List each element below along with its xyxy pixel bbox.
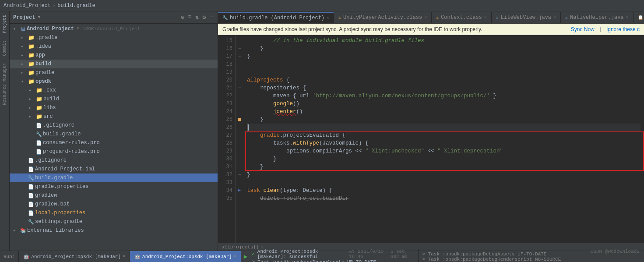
folder-icon: 📁 bbox=[36, 113, 42, 120]
tree-arrow: ▸ bbox=[29, 105, 35, 110]
notification-text: Gradle files have changed since last pro… bbox=[222, 26, 569, 32]
code-line-23: google() bbox=[247, 100, 640, 108]
tree-label: .gitignore bbox=[35, 157, 67, 163]
icon-settings[interactable]: ⚙ bbox=[201, 14, 207, 21]
tree-item-opsdk-build[interactable]: ▸ 📁 build bbox=[10, 95, 218, 103]
tree-item-proguard[interactable]: 📄 proguard-rules.pro bbox=[10, 147, 218, 156]
tab-close[interactable]: × bbox=[327, 16, 329, 21]
tree-label: proguard-rules.pro bbox=[43, 149, 100, 155]
tree-item-app[interactable]: ▸ 📁 app bbox=[10, 51, 218, 60]
tree-item-settings-gradle[interactable]: 🔧 settings.gradle bbox=[10, 217, 218, 226]
tab-close[interactable]: × bbox=[626, 15, 629, 20]
tree-arrow: ▸ bbox=[21, 61, 27, 67]
tab-xml-icon: 📋 bbox=[638, 15, 643, 20]
tree-arrow: ▾ bbox=[21, 79, 27, 84]
sync-now-link[interactable]: Sync Now bbox=[571, 26, 595, 32]
tree-arrow: ▸ bbox=[21, 70, 27, 75]
code-line-31: } bbox=[247, 163, 640, 171]
tree-item-gradlew[interactable]: 📄 gradlew bbox=[10, 191, 218, 200]
ignore-link[interactable]: Ignore these c bbox=[606, 26, 640, 32]
file-icon: 📄 bbox=[28, 202, 34, 207]
tree-label: gradle.properties bbox=[35, 184, 88, 190]
tree-label: External Libraries bbox=[27, 227, 84, 234]
file-tree: ▾ 🖥 Android_Project E:\SDK\Android_Proje… bbox=[10, 24, 218, 251]
code-line-17: } bbox=[247, 53, 640, 60]
run-content-area: ✓ Android_Project:opsdk [makeJar]: succe… bbox=[250, 249, 644, 262]
folder-icon: 📁 bbox=[28, 43, 35, 50]
red-box-container: gradle.projectsEvaluated { tasks.withTyp… bbox=[247, 131, 640, 171]
tree-arrow: ▸ bbox=[29, 114, 35, 119]
play-button[interactable]: ▶ bbox=[244, 253, 247, 260]
run-label-area: Run: 🤖 Android_Project:opsdk [makeJar] ×… bbox=[0, 251, 250, 262]
tree-label: .idea bbox=[35, 43, 51, 50]
code-line-16: } bbox=[247, 45, 640, 53]
panel-dropdown-arrow[interactable]: ▼ bbox=[38, 15, 40, 20]
tree-item-build[interactable]: ▸ 📁 build bbox=[10, 60, 218, 68]
breadcrumb-project[interactable]: Android_Project bbox=[4, 3, 51, 9]
tree-item-local-properties[interactable]: 📄 local.properties bbox=[10, 209, 218, 217]
tree-label: .gradle bbox=[35, 35, 57, 41]
file-icon: 📄 bbox=[36, 123, 42, 128]
tree-item-cxx[interactable]: ▸ 📁 .cxx bbox=[10, 86, 218, 95]
status-text-1: Android_Project:opsdk [makeJar]: success… bbox=[257, 249, 344, 259]
tree-arrow: ▸ bbox=[29, 88, 35, 93]
folder-icon: 🖥 bbox=[20, 26, 26, 32]
tree-item-gradlew-bat[interactable]: 📄 gradlew.bat bbox=[10, 200, 218, 209]
tree-item-libs[interactable]: ▸ 📁 libs bbox=[10, 103, 218, 112]
tree-label: consumer-rules.pro bbox=[43, 140, 100, 146]
tab-nativehelper[interactable]: ☕ NativeHelper.java × bbox=[561, 12, 633, 23]
icon-collapse[interactable]: ≡ bbox=[187, 14, 192, 21]
tab-context[interactable]: ☕ Context.class × bbox=[432, 12, 492, 23]
run-tab-close[interactable]: × bbox=[123, 254, 125, 259]
tree-item-gradle-hidden[interactable]: ▸ 📁 .gradle bbox=[10, 33, 218, 42]
tree-item-idea[interactable]: ▸ 📁 .idea bbox=[10, 42, 218, 51]
gradle-icon: 🔧 bbox=[28, 175, 34, 181]
panel-header-icons: ⊕ ≡ ⇅ ⚙ − bbox=[180, 14, 214, 21]
task-text-1: > Task :opsdk:packageDebugAssets UP-TO-D… bbox=[252, 259, 376, 262]
tab-label: LiteWebView.java bbox=[501, 14, 551, 21]
code-line-33 bbox=[247, 179, 640, 187]
tree-item-gitignore-root[interactable]: 📄 .gitignore bbox=[10, 156, 218, 165]
tree-item-gitignore-opsdk[interactable]: 📄 .gitignore bbox=[10, 121, 218, 130]
tree-label: .gitignore bbox=[43, 122, 74, 128]
tab-androidmanifest[interactable]: 📋 AndroidManifest.x bbox=[633, 12, 644, 23]
tab-label: Context.class bbox=[441, 14, 482, 21]
tab-unity[interactable]: ☕ UnityPlayerActivity.class × bbox=[334, 12, 432, 23]
icon-sort[interactable]: ⇅ bbox=[194, 14, 200, 21]
tree-item-external-libs[interactable]: ▸ 📚 External Libraries bbox=[10, 226, 218, 235]
tree-item-consumer[interactable]: 📄 consumer-rules.pro bbox=[10, 138, 218, 147]
run-right-content: > Task :opsdk:packageDebugAssets UP-TO-D… bbox=[419, 249, 590, 262]
side-label-project[interactable]: Project bbox=[1, 11, 8, 37]
tree-item-opsdk[interactable]: ▾ 📁 opsdk bbox=[10, 77, 218, 86]
tree-item-buildgradle-opsdk[interactable]: 🔧 build.gradle bbox=[10, 130, 218, 138]
run-tab-close-active[interactable]: × bbox=[234, 254, 236, 259]
icon-locate[interactable]: ⊕ bbox=[180, 14, 185, 21]
code-content[interactable]: // in the individual module build.gradle… bbox=[243, 35, 644, 243]
tab-build-gradle[interactable]: 🔧 build.gradle (Android_Project) × bbox=[218, 12, 334, 23]
tab-close[interactable]: × bbox=[553, 15, 556, 20]
run-tab-1[interactable]: 🤖 Android_Project:opsdk [makeJar] × bbox=[19, 251, 130, 262]
side-labels: Project Commit Resource Manager bbox=[0, 11, 10, 251]
tree-item-gradle-properties[interactable]: 📄 gradle.properties bbox=[10, 182, 218, 191]
run-tab-2[interactable]: 🤖 Android_Project:opsdk [makeJar] × bbox=[130, 251, 241, 262]
folder-icon: 📁 bbox=[28, 70, 35, 76]
side-label-resource[interactable]: Resource Manager bbox=[1, 60, 8, 109]
file-icon: 📄 bbox=[36, 140, 42, 146]
tree-arrow: ▸ bbox=[13, 228, 19, 233]
tree-item-src[interactable]: ▸ 📁 src bbox=[10, 112, 218, 121]
folder-icon: 📁 bbox=[28, 61, 35, 67]
tree-label: src bbox=[43, 113, 53, 120]
tree-item-root[interactable]: ▾ 🖥 Android_Project E:\SDK\Android_Proje… bbox=[10, 25, 218, 33]
tree-label: build.gradle bbox=[35, 175, 73, 181]
tree-item-buildgradle-root[interactable]: 🔧 build.gradle bbox=[10, 173, 218, 182]
android-icon-active: 🤖 bbox=[134, 254, 141, 259]
tab-close[interactable]: × bbox=[424, 15, 427, 20]
status-row-2: > Task :opsdk:packageDebugAssets UP-TO-D… bbox=[252, 259, 416, 262]
side-label-commit[interactable]: Commit bbox=[1, 37, 8, 60]
tree-item-iml[interactable]: 📄 Android_Project.iml bbox=[10, 165, 218, 173]
tree-item-gradle[interactable]: ▸ 📁 gradle bbox=[10, 68, 218, 77]
tab-litewebview[interactable]: ☕ LiteWebView.java × bbox=[492, 12, 561, 23]
tab-close[interactable]: × bbox=[484, 15, 487, 20]
tree-label: libs bbox=[43, 105, 56, 111]
icon-close[interactable]: − bbox=[209, 14, 214, 21]
